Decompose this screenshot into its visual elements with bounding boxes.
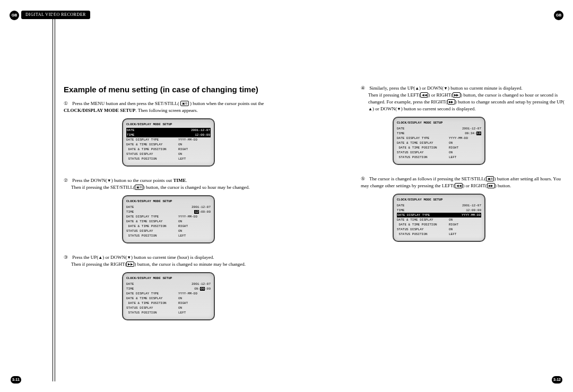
text: ) button so the cursor points out <box>111 178 173 183</box>
osd-label: DATE DISPLAY TYPE <box>397 136 449 141</box>
text: ) or RIGHT( <box>463 183 487 188</box>
osd-cursor: 10 <box>476 132 481 135</box>
text-bold: CLOCK/DISPLAY MODE SETUP <box>64 108 135 113</box>
osd-value: ON <box>449 227 481 232</box>
step-1: ① Press the MENU button and then press t… <box>64 100 271 114</box>
step-number: ⑤ <box>361 176 368 182</box>
osd-title: CLOCK/DISPLAY MODE SETUP <box>397 121 481 125</box>
osd-value: YYYY-MM-DD <box>450 213 481 217</box>
osd-value: 09:00:00 <box>178 286 211 291</box>
step-5: ⑤ The cursor is changed as follows if pr… <box>361 176 568 189</box>
osd-value: ON <box>178 296 211 301</box>
osd-value-part: :00:00 <box>199 210 211 214</box>
osd-label: DATE & TIME DISPLAY <box>126 219 178 224</box>
text: ) button when the cursor points out the <box>190 101 264 106</box>
osd-label: STATUS DISPLAY <box>397 227 449 232</box>
osd-value: LEFT <box>178 233 211 238</box>
osd-label: DATE & TIME DISPLAY <box>397 217 449 222</box>
osd-label: STATUS POSITION <box>126 310 178 315</box>
gb-badge-left: GB <box>10 11 19 20</box>
osd-label: TIME <box>126 133 179 137</box>
osd-value-part: 09:34: <box>465 132 476 135</box>
osd-label: TIME <box>126 286 178 291</box>
text: ) button so current time (hour) is displ… <box>131 255 214 260</box>
up-icon: ▲ <box>368 106 372 112</box>
page-title: Example of menu setting (in case of chan… <box>64 85 271 94</box>
step-number: ① <box>64 100 71 107</box>
osd-value: YYYY-MM-DD <box>178 291 211 296</box>
osd-label: DATE DISPLAY TYPE <box>126 291 178 296</box>
osd-label: DATE <box>126 128 179 133</box>
osd-label: DATE DISPLAY TYPE <box>126 137 178 142</box>
osd-value-part: :00 <box>205 287 211 291</box>
osd-value: YYYY-MM-DD <box>178 214 211 219</box>
osd-value: RIGHT <box>449 222 481 227</box>
osd-screen-5: CLOCK/DISPLAY MODE SETUP DATE2001-12-07 … <box>393 194 485 242</box>
osd-value: RIGHT <box>178 224 211 229</box>
osd-value: YYYY-MM-DD <box>449 136 481 141</box>
step-number: ④ <box>361 85 368 92</box>
osd-value: 2001-12-07 <box>449 126 481 131</box>
osd-label: DATE & TIME DISPLAY <box>397 141 449 145</box>
right-icon: ▶▶ <box>126 262 134 267</box>
right-page: ④ Similarly, press the UP(▲) or DOWN(▼) … <box>361 32 568 252</box>
left-icon: ◀◀ <box>455 183 463 188</box>
text: ) button to change seconds and setup by … <box>455 99 565 104</box>
osd-label: DATE & TIME POSITION <box>126 147 178 152</box>
text: Press the DOWN( <box>72 178 107 183</box>
osd-value: 12:00:00 <box>449 208 481 213</box>
setstill-icon: ▣/II <box>486 176 494 181</box>
osd-value: ON <box>178 152 211 156</box>
osd-title: CLOCK/DISPLAY MODE SETUP <box>397 198 481 202</box>
osd-cursor: 00 <box>200 287 205 291</box>
osd-cursor: 12 <box>194 210 199 214</box>
text: ) button, the cursor is changed so hour … <box>143 185 250 190</box>
setstill-icon: ▣/II <box>135 185 143 190</box>
page-number-right: 3-12 <box>552 376 562 384</box>
osd-value: 2001-12-07 <box>179 128 211 133</box>
osd-value: 12:00:00 <box>178 210 211 214</box>
osd-label: DATE & TIME POSITION <box>397 222 449 227</box>
osd-value: 2001-12-07 <box>449 203 481 208</box>
left-page: Example of menu setting (in case of chan… <box>64 32 271 331</box>
text: Then if pressing the SET/STILL( <box>71 185 135 190</box>
osd-value: ON <box>178 219 211 224</box>
osd-title: CLOCK/DISPLAY MODE SETUP <box>126 123 211 127</box>
osd-value: LEFT <box>449 232 481 237</box>
header-label: DIGITAL VIDEO RECORDER <box>21 11 90 19</box>
osd-value: LEFT <box>449 155 481 160</box>
left-icon: ◀◀ <box>420 92 428 98</box>
osd-label: STATUS DISPLAY <box>126 229 178 233</box>
osd-label: DATE <box>397 126 449 131</box>
osd-screen-4: CLOCK/DISPLAY MODE SETUP DATE2001-12-07 … <box>393 117 485 165</box>
osd-label: TIME <box>397 131 449 136</box>
osd-value: 2001-12-07 <box>178 205 211 210</box>
osd-value: ON <box>449 150 481 155</box>
text: ) or RIGHT( <box>428 92 453 98</box>
osd-value: ON <box>449 217 481 222</box>
osd-label: STATUS DISPLAY <box>126 152 178 156</box>
text-bold: TIME <box>173 178 186 183</box>
osd-label: STATUS DISPLAY <box>126 306 178 310</box>
right-icon: ▶▶ <box>453 92 461 98</box>
text: ) button so current second is displayed. <box>401 106 476 111</box>
osd-value: LEFT <box>178 156 211 161</box>
osd-value: 12:00:00 <box>179 133 211 137</box>
osd-label: DATE DISPLAY TYPE <box>397 213 450 217</box>
gb-badge-right: GB <box>554 11 563 20</box>
osd-label: TIME <box>397 208 449 213</box>
osd-value: 09:34:10 <box>449 131 481 136</box>
osd-label: STATUS POSITION <box>397 155 449 160</box>
right-icon: ▶▶ <box>487 183 495 188</box>
text: ) button, the cursor is changed so minut… <box>134 262 245 267</box>
osd-label: TIME <box>126 210 178 214</box>
osd-value-part: 09: <box>194 287 200 291</box>
osd-title: CLOCK/DISPLAY MODE SETUP <box>126 199 211 204</box>
osd-label: DATE DISPLAY TYPE <box>126 214 178 219</box>
osd-value: LEFT <box>178 310 211 315</box>
text: Then if pressing the LEFT( <box>368 92 420 98</box>
osd-screen-3: CLOCK/DISPLAY MODE SETUP DATE2001-12-07 … <box>122 272 215 320</box>
osd-label: STATUS POSITION <box>126 233 178 238</box>
down-icon: ▼ <box>127 255 131 261</box>
right-icon: ▶▶ <box>447 99 455 104</box>
